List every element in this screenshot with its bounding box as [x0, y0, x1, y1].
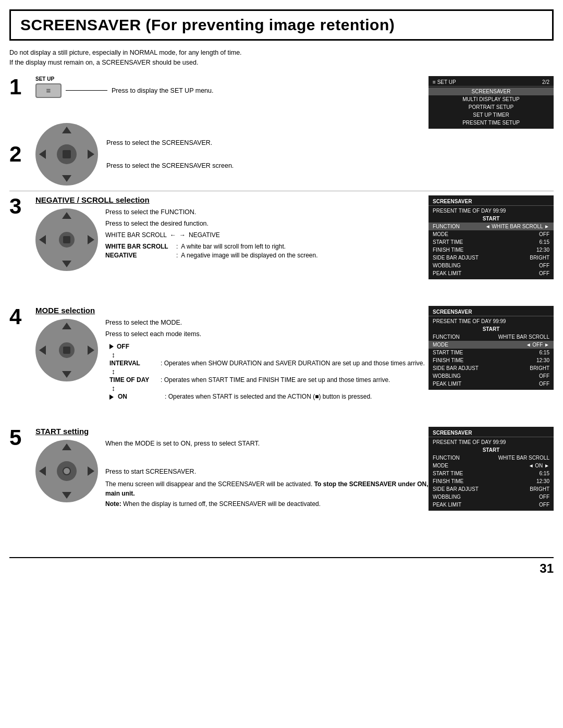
- step-2-instructions: Press to select the SCREENSAVER. Press t…: [106, 139, 234, 169]
- sp3-arrow-r: ►: [544, 224, 549, 229]
- page-number: 31: [540, 561, 554, 576]
- action-btn-4: [63, 347, 70, 354]
- mode-down-arrow-1: ↕: [112, 351, 115, 359]
- step-2-section: 2: [9, 123, 554, 186]
- intro-text: Do not display a still picture, especial…: [9, 48, 554, 68]
- left-arrow-4: [39, 346, 46, 355]
- sp5-start: START: [429, 446, 554, 454]
- desc-sep-2: :: [176, 252, 178, 259]
- scroll-arrow-left: ←: [170, 231, 176, 239]
- mode-desc-interval: : Operates when SHOW DURATION and SAVER …: [161, 360, 425, 367]
- title-bar: SCREENSAVER (For preventing image retent…: [9, 9, 554, 41]
- action-btn-2: [63, 150, 71, 158]
- remote-circle-4: [35, 319, 98, 381]
- screen-panel-5: SCREENSAVER PRESENT TIME OF DAY 99:99 ST…: [429, 427, 554, 511]
- sp3-func-label: FUNCTION: [433, 224, 460, 229]
- step-2-instr-2: Press to select the SCREENSAVER screen.: [106, 162, 234, 169]
- step-4-section: 4 MODE selection: [9, 306, 554, 421]
- sp5-row-wobbling: WOBBLING OFF: [429, 493, 554, 501]
- divider-after-step2: [9, 191, 554, 191]
- intro-line-2: If the display must remain on, a SCREENS…: [9, 58, 554, 68]
- sp1-row-screensaver: SCREENSAVER: [429, 88, 554, 95]
- mode-label-tod: TIME OF DAY: [109, 376, 156, 384]
- cursor-btn-5: [63, 467, 71, 475]
- sp3-start: START: [429, 215, 554, 223]
- down-arrow-4: [62, 371, 71, 378]
- bottom-bar: 31: [9, 557, 554, 576]
- step-1-section: 1 SET UP ≡ Press to display the SET UP m…: [9, 76, 554, 118]
- sp3-func-val: ◄ WHITE BAR SCROLL ►: [485, 224, 549, 229]
- step-3-section: 3 NEGATIVE / SCROLL selection: [9, 195, 554, 300]
- step-3-number: 3: [9, 195, 35, 217]
- remote-center-4: [59, 342, 75, 358]
- step-4-number: 4: [9, 306, 35, 328]
- down-arrow-2: [62, 175, 71, 182]
- sp1-header-icon: ≡ SET UP: [433, 79, 456, 85]
- mode-desc-tod: : Operates when START TIME and FINISH TI…: [161, 376, 390, 384]
- desc-sep-1: :: [176, 243, 178, 250]
- sp4-row-peak: PEAK LIMIT OFF: [429, 380, 554, 388]
- up-arrow-5: [62, 443, 71, 450]
- up-arrow-3: [62, 212, 71, 219]
- sp4-row-finish-time: FINISH TIME 12:30: [429, 356, 554, 364]
- sp4-subtitle: PRESENT TIME OF DAY 99:99: [429, 317, 554, 325]
- sp5-row-peak: PEAK LIMIT OFF: [429, 501, 554, 509]
- sp5-subtitle: PRESENT TIME OF DAY 99:99: [429, 438, 554, 446]
- step-3-body: NEGATIVE / SCROLL selection: [35, 195, 554, 300]
- remote-4-wrap: [35, 319, 98, 381]
- sp1-row-portrait: PORTRAIT SETUP: [429, 103, 554, 111]
- intro-line-1: Do not display a still picture, especial…: [9, 48, 554, 58]
- remote-5-wrap: [35, 440, 98, 502]
- scroll-label-right: NEGATIVE: [189, 231, 220, 239]
- mode-desc-on: : Operates when START is selected and th…: [165, 393, 372, 400]
- sp3-row-finish-time: FINISH TIME 12:30: [429, 246, 554, 254]
- step-1-body: SET UP ≡ Press to display the SET UP men…: [35, 76, 554, 118]
- page: SCREENSAVER (For preventing image retent…: [0, 9, 563, 728]
- desc-label-2: NEGATIVE: [105, 252, 173, 259]
- screen-panel-3: SCREENSAVER PRESENT TIME OF DAY 99:99 ST…: [429, 195, 554, 279]
- remote-circle-2: [35, 123, 98, 186]
- right-arrow-4: [88, 346, 94, 355]
- left-arrow-3: [39, 235, 46, 244]
- remote-center-3: [59, 232, 75, 248]
- mode-down-arrow-3: ↕: [112, 385, 115, 392]
- sp3-row-mode: MODE OFF: [429, 230, 554, 238]
- page-title: SCREENSAVER (For preventing image retent…: [20, 16, 543, 34]
- step-4-body: MODE selection: [35, 306, 554, 421]
- sp5-row-finish-time: FINISH TIME 12:30: [429, 477, 554, 485]
- desc-text-1: A white bar will scroll from left to rig…: [181, 243, 286, 250]
- note-label: Note:: [105, 500, 121, 508]
- remote-circle-5: [35, 440, 98, 502]
- right-arrow-2: [88, 150, 94, 159]
- step-5-body: START setting: [35, 427, 554, 541]
- scroll-label-left: WHITE BAR SCROLL: [105, 231, 167, 239]
- sp1-page: 2/2: [542, 79, 549, 85]
- screen-panel-1: ≡ SET UP 2/2 SCREENSAVER MULTI DISPLAY S…: [429, 76, 554, 129]
- setup-label: SET UP: [35, 76, 213, 82]
- down-arrow-5: [62, 492, 71, 499]
- down-arrow-3: [62, 261, 71, 267]
- sp4-row-mode: MODE ◄ OFF ►: [429, 341, 554, 349]
- sp5-row-start-time: START TIME 6:15: [429, 470, 554, 477]
- sp5-row-sidebar: SIDE BAR ADJUST BRIGHT: [429, 485, 554, 493]
- step-2-instr-1: Press to select the SCREENSAVER.: [106, 139, 234, 146]
- remote-center-5: [57, 461, 77, 481]
- sp5-row-mode: MODE ◄ ON ►: [429, 462, 554, 470]
- screen-panel-4: SCREENSAVER PRESENT TIME OF DAY 99:99 ST…: [429, 306, 554, 390]
- sp1-header: ≡ SET UP 2/2: [429, 78, 554, 87]
- sp4-title: SCREENSAVER: [429, 308, 554, 316]
- sp3-row-sidebar: SIDE BAR ADJUST BRIGHT: [429, 254, 554, 262]
- left-arrow-5: [39, 466, 46, 476]
- step-1-number: 1: [9, 76, 35, 98]
- step-2-body: Press to select the SCREENSAVER. Press t…: [35, 123, 554, 186]
- mode-down-arrow-2: ↕: [112, 368, 115, 375]
- mode-arrow-on: [109, 394, 114, 400]
- sp1-row-multi: MULTI DISPLAY SETUP: [429, 95, 554, 103]
- sp1-row-timer: SET UP TIMER: [429, 111, 554, 119]
- up-arrow-2: [62, 127, 71, 133]
- setup-button-icon[interactable]: ≡: [35, 83, 62, 98]
- step-1-instr-1: Press to display the SET UP menu.: [112, 87, 213, 94]
- sp3-title: SCREENSAVER: [429, 198, 554, 206]
- sp3-arrow-l: ◄: [485, 224, 491, 229]
- mode-arrow-off: [109, 344, 114, 349]
